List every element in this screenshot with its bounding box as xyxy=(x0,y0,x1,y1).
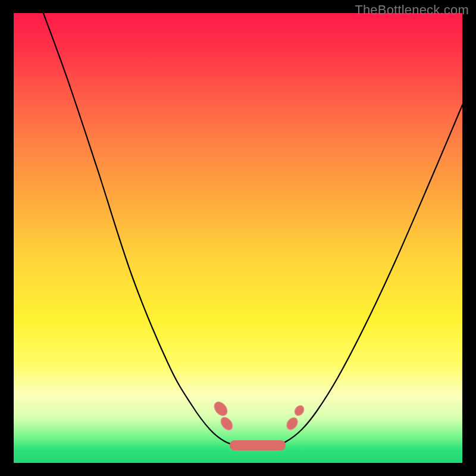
chart-canvas xyxy=(14,13,462,463)
bottleneck-curve xyxy=(42,10,464,447)
chart-svg xyxy=(14,13,462,463)
curve-marker xyxy=(284,415,300,431)
curve-markers xyxy=(212,399,306,432)
curve-marker xyxy=(293,404,306,418)
curve-marker xyxy=(212,399,230,418)
trough-band xyxy=(230,440,286,450)
curve-marker xyxy=(218,415,234,433)
watermark-text: TheBottleneck.com xyxy=(355,2,469,18)
